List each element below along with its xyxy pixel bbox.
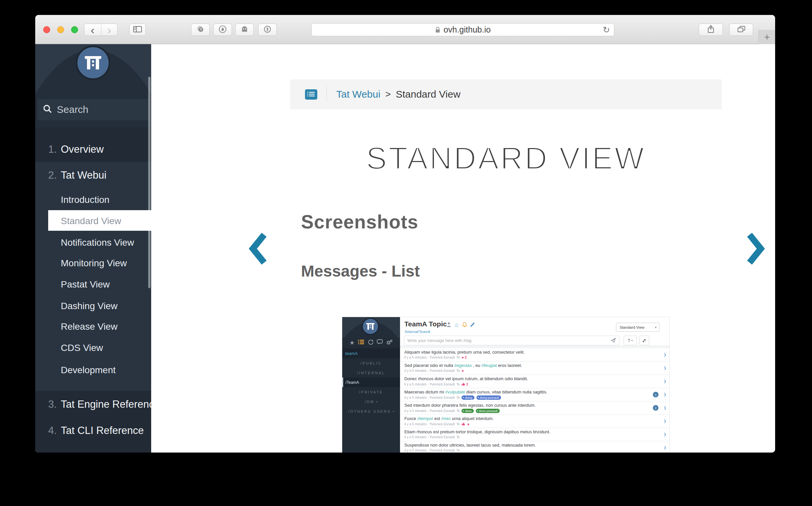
heart-icon: ♥ bbox=[461, 356, 464, 359]
app-channel-list: /PUBLIC /INTERNAL /TeamA /PRIVATE /DM▾ /… bbox=[342, 358, 400, 416]
breadcrumb-link-tat-webui[interactable]: Tat Webui bbox=[336, 89, 380, 100]
sidebar-item-overview[interactable]: 1.Overview bbox=[48, 143, 104, 156]
label-badge[interactable]: doing bbox=[461, 396, 474, 400]
message-row[interactable]: Sed interdum dolor pharetra felis egesta… bbox=[400, 401, 669, 415]
open-message-icon[interactable]: › bbox=[664, 376, 666, 386]
reply-count-badge: 2 bbox=[653, 405, 659, 411]
filter-button[interactable]: T ▾ bbox=[623, 336, 637, 345]
settings-gears-icon[interactable] bbox=[386, 339, 393, 346]
app-topic-search[interactable] bbox=[342, 348, 400, 358]
previous-page-arrow[interactable] bbox=[248, 232, 268, 266]
doc-search-box[interactable] bbox=[38, 99, 149, 120]
message-row[interactable]: Donec rhoncus dolor vel ipsum rutrum, at… bbox=[400, 375, 669, 388]
extension-ghost-button[interactable] bbox=[235, 23, 254, 36]
sidebar-toggle-button[interactable] bbox=[129, 23, 146, 36]
chat-bubble-icon[interactable] bbox=[377, 339, 383, 346]
back-button[interactable]: ‹ bbox=[84, 24, 101, 35]
sidebar-item-standard-view[interactable]: Standard View bbox=[61, 215, 121, 227]
send-message-icon[interactable] bbox=[611, 338, 616, 344]
sidebar-item-dashing-view[interactable]: Dashing View bbox=[61, 300, 118, 312]
message-row[interactable]: Fusce #tempor est #nec urna aliquet inte… bbox=[400, 415, 669, 428]
open-message-icon[interactable]: › bbox=[664, 416, 666, 426]
open-message-icon[interactable]: › bbox=[664, 363, 666, 372]
extension-password-button[interactable] bbox=[258, 23, 277, 36]
minimize-window-button[interactable] bbox=[57, 26, 64, 33]
open-message-icon[interactable]: › bbox=[664, 429, 666, 439]
zoom-window-button[interactable] bbox=[71, 26, 78, 33]
sidebar-item-tat-webui[interactable]: 2.Tat Webui bbox=[48, 169, 106, 182]
sidebar-item-tat-engine-reference[interactable]: 3.Tat Engine Reference bbox=[48, 398, 160, 411]
label-badge[interactable]: done:yesnault bbox=[476, 409, 500, 413]
topic-edit-icon[interactable] bbox=[470, 322, 475, 328]
message-row[interactable]: Etiam rhoncus est pretium tortor tristiq… bbox=[400, 428, 669, 441]
hashtag: #tempor bbox=[417, 416, 433, 421]
messages-list-icon[interactable] bbox=[358, 339, 364, 346]
sidebar-item-introduction[interactable]: Introduction bbox=[61, 194, 109, 206]
tabs-icon bbox=[737, 25, 746, 34]
caret-down-icon: ▾ bbox=[655, 326, 657, 329]
channel-dm[interactable]: /DM▾ bbox=[342, 397, 400, 406]
open-message-icon[interactable]: › bbox=[664, 350, 666, 359]
app-topic-search-input[interactable] bbox=[345, 351, 400, 356]
sidebar-item-pastat-view[interactable]: Pastat View bbox=[61, 278, 109, 290]
topic-admin-icon[interactable] bbox=[447, 322, 451, 329]
doc-list-icon[interactable] bbox=[305, 89, 317, 100]
question-badge-icon: ? bbox=[196, 25, 204, 34]
open-message-icon[interactable]: › bbox=[664, 443, 666, 452]
lock-icon bbox=[435, 26, 441, 33]
topic-notifications-icon[interactable] bbox=[462, 322, 467, 329]
messages-list-heading: Messages - List bbox=[301, 262, 420, 280]
message-row[interactable]: Suspendisse non dolor ultricies, laoreet… bbox=[400, 441, 669, 452]
label-badge[interactable]: done bbox=[461, 409, 473, 413]
message-composer-input[interactable] bbox=[404, 336, 619, 345]
topic-favorite-icon[interactable]: ☆ bbox=[454, 322, 459, 328]
favorites-icon[interactable]: ★ bbox=[350, 339, 355, 346]
sidebar-item-release-view[interactable]: Release View bbox=[61, 321, 118, 333]
forward-button[interactable]: › bbox=[101, 24, 118, 35]
page-title: STANDARD VIEW bbox=[290, 141, 722, 176]
history-icon[interactable] bbox=[368, 339, 373, 346]
caret-down-icon: ▾ bbox=[376, 400, 378, 403]
share-button[interactable] bbox=[699, 23, 723, 36]
sidebar-item-tat-cli-reference[interactable]: 4.Tat CLI Reference bbox=[48, 424, 144, 437]
hand-octagon-icon bbox=[219, 25, 227, 34]
reply-count-badge: 1 bbox=[653, 392, 659, 398]
channel-public[interactable]: /PUBLIC bbox=[342, 358, 400, 368]
sidebar-item-development[interactable]: Development bbox=[61, 364, 116, 376]
expand-icon bbox=[642, 338, 647, 343]
topic-title: TeamA Topic bbox=[404, 320, 447, 328]
label-badge[interactable]: doing:yesnault bbox=[476, 396, 501, 400]
new-tab-button[interactable]: + bbox=[758, 30, 775, 45]
address-bar[interactable]: ovh.github.io ↻ bbox=[311, 23, 614, 36]
channel-others-users[interactable]: /OTHERS USERS▾ bbox=[342, 406, 400, 416]
caret-down-icon: ▾ bbox=[631, 339, 633, 342]
open-message-icon[interactable]: › bbox=[664, 390, 666, 399]
sidebar-item-cds-view[interactable]: CDS View bbox=[61, 342, 103, 354]
hashtag: #egestas bbox=[454, 363, 472, 368]
thumb-up-icon bbox=[461, 382, 465, 387]
message-list: Aliquam vitae ligula lacinia, pretium ur… bbox=[400, 345, 669, 452]
extension-blocker-button[interactable] bbox=[213, 23, 232, 36]
app-sidebar: ★ bbox=[342, 317, 400, 452]
expand-button[interactable] bbox=[639, 336, 649, 345]
sidebar-item-notifications-view[interactable]: Notifications View bbox=[61, 237, 134, 249]
tat-logo[interactable] bbox=[76, 46, 110, 80]
reload-button[interactable]: ↻ bbox=[603, 25, 610, 35]
sidebar-item-monitoring-view[interactable]: Monitoring View bbox=[61, 257, 127, 269]
channel-teama[interactable]: /TeamA bbox=[342, 377, 400, 387]
message-row[interactable]: Aliquam vitae ligula lacinia, pretium ur… bbox=[400, 348, 669, 361]
tab-overview-button[interactable] bbox=[729, 23, 753, 36]
browser-toolbar: ‹ › ? bbox=[35, 15, 775, 44]
view-selector-dropdown[interactable]: Standard View ▾ bbox=[616, 323, 660, 332]
sidebar-scrollbar[interactable] bbox=[148, 77, 150, 288]
channel-private[interactable]: /PRIVATE bbox=[342, 387, 400, 397]
message-row[interactable]: Sed placerat odio et nulla #egestas , eu… bbox=[400, 361, 669, 375]
channel-internal[interactable]: /INTERNAL bbox=[342, 368, 400, 377]
doc-search-section bbox=[35, 99, 151, 127]
next-page-arrow[interactable] bbox=[746, 232, 765, 266]
topic-path-link[interactable]: /Internal/TeamA bbox=[405, 330, 430, 334]
extension-question-button[interactable]: ? bbox=[191, 23, 210, 36]
open-message-icon[interactable]: › bbox=[664, 403, 666, 412]
close-window-button[interactable] bbox=[43, 26, 50, 33]
message-row[interactable]: Maecenas dictum mi #vulputate diam cursu… bbox=[400, 388, 669, 401]
